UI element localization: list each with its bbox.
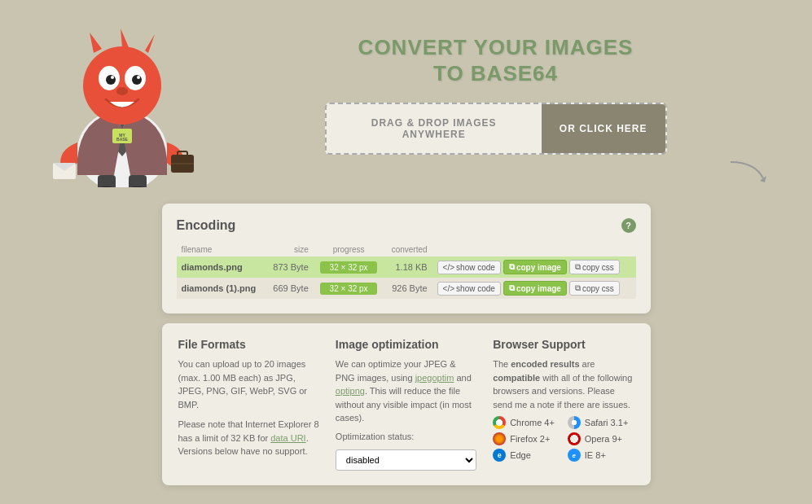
info-section: File Formats You can upload up to 20 ima…: [162, 323, 651, 485]
browser-safari: Safari 3.1+: [568, 416, 634, 429]
copy-icon: ⧉: [509, 262, 515, 272]
opera-icon: [568, 432, 581, 445]
svg-rect-1: [98, 175, 116, 187]
svg-point-17: [116, 87, 128, 95]
row2-size: 669 Byte: [266, 278, 314, 299]
file-formats-para1: You can upload up to 20 images (max. 1.0…: [178, 357, 319, 411]
row1-copy-image-button[interactable]: ⧉ copy image: [503, 260, 567, 274]
table-row: diamonds (1).png 669 Byte 32 × 32 px 926…: [177, 278, 636, 299]
encoding-title: Encoding: [177, 218, 236, 233]
file-formats-title: File Formats: [178, 338, 319, 351]
hero-content: CONVERT YOUR IMAGES TO BASE64 DRAG & DRO…: [212, 27, 779, 184]
browser-opera: Opera 9+: [568, 432, 634, 445]
row2-progress: 32 × 32 px: [314, 278, 384, 299]
arrow-hint: [722, 158, 771, 185]
svg-marker-19: [121, 28, 129, 47]
svg-marker-20: [145, 34, 155, 53]
hero-title: CONVERT YOUR IMAGES TO BASE64: [358, 35, 634, 85]
data-uri-link[interactable]: data URI: [270, 433, 305, 443]
optipng-link[interactable]: optipng: [336, 386, 365, 396]
browser-chrome: Chrome 4+: [493, 416, 560, 429]
browser-ie: e IE 8+: [568, 449, 634, 462]
col-actions: [432, 243, 636, 256]
edge-icon: e: [493, 449, 506, 462]
encoding-header: Encoding ?: [177, 218, 636, 233]
help-icon[interactable]: ?: [621, 218, 636, 233]
mascot-svg: MY BASE: [49, 24, 195, 187]
drop-area[interactable]: DRAG & DROP IMAGES ANYWHERE OR CLICK HER…: [325, 103, 667, 155]
row1-copy-css-button[interactable]: ⧉ copy css: [569, 260, 620, 274]
ie-icon: e: [568, 449, 581, 462]
row2-copy-image-button[interactable]: ⧉ copy image: [503, 281, 567, 296]
css-icon: ⧉: [575, 283, 581, 293]
copy-icon: ⧉: [509, 283, 515, 293]
svg-point-10: [83, 46, 161, 125]
hero-title-line2: TO BASE64: [433, 61, 558, 85]
jpegoptim-link[interactable]: jpegoptim: [415, 373, 454, 383]
browser-edge: e Edge: [493, 449, 560, 462]
optimization-select[interactable]: disabled: [336, 449, 476, 471]
row1-actions: </> show code ⧉ copy image ⧉ copy css: [432, 256, 636, 278]
opt-status-label: Optimization status:: [336, 432, 476, 441]
row1-progress: 32 × 32 px: [314, 256, 384, 278]
image-optimization-title: Image optimization: [336, 338, 476, 351]
code-icon: </>: [443, 284, 454, 293]
footer: © 2022 Awesome Bonn UG · Privacy · Terms…: [0, 495, 812, 505]
col-size: size: [266, 243, 314, 256]
col-filename: filename: [177, 243, 266, 256]
file-formats-col: File Formats You can upload up to 20 ima…: [178, 338, 319, 471]
svg-point-13: [106, 75, 116, 85]
safari-icon: [568, 416, 581, 429]
click-here-button[interactable]: OR CLICK HERE: [542, 104, 665, 153]
svg-rect-2: [129, 175, 147, 187]
svg-point-14: [132, 75, 142, 85]
hero-title-line1: CONVERT YOUR IMAGES: [358, 35, 634, 59]
svg-point-15: [111, 76, 114, 79]
mascot-area: MY BASE: [33, 24, 212, 187]
col-converted: converted: [384, 243, 432, 256]
row1-size: 873 Byte: [266, 256, 314, 278]
row2-show-code-button[interactable]: </> show code: [437, 282, 501, 296]
file-formats-para2: Please note that Internet Explorer 8 has…: [178, 418, 319, 458]
image-optimization-para: We can optimize your JPEG & PNG images, …: [336, 357, 476, 425]
browser-firefox: Firefox 2+: [493, 432, 560, 445]
browser-grid: Chrome 4+ Safari 3.1+ Firefox 2+ Opera 9…: [493, 416, 634, 462]
encoding-table: filename size progress converted diamond…: [177, 243, 636, 299]
row2-converted: 926 Byte: [384, 278, 432, 299]
svg-text:BASE: BASE: [116, 137, 129, 142]
firefox-icon: [493, 432, 506, 445]
browser-support-title: Browser Support: [493, 338, 634, 351]
browser-support-col: Browser Support The encoded results are …: [493, 338, 634, 471]
browser-support-para: The encoded results are compatible with …: [493, 357, 634, 411]
svg-marker-18: [90, 33, 102, 53]
row1-show-code-button[interactable]: </> show code: [437, 261, 501, 274]
image-optimization-col: Image optimization We can optimize your …: [336, 338, 476, 471]
row2-actions: </> show code ⧉ copy image ⧉ copy css: [432, 278, 636, 299]
chrome-icon: [493, 416, 506, 429]
code-icon: </>: [443, 263, 454, 272]
row1-converted: 1.18 KB: [384, 256, 432, 278]
encoding-panel: Encoding ? filename size progress conver…: [162, 204, 651, 313]
svg-point-16: [137, 76, 140, 79]
row2-copy-css-button[interactable]: ⧉ copy css: [569, 281, 620, 296]
row1-filename: diamonds.png: [177, 256, 266, 278]
row2-filename: diamonds (1).png: [177, 278, 266, 299]
drag-drop-label: DRAG & DROP IMAGES ANYWHERE: [327, 104, 542, 153]
css-icon: ⧉: [575, 262, 581, 272]
table-row: diamonds.png 873 Byte 32 × 32 px 1.18 KB…: [177, 256, 636, 278]
col-progress: progress: [314, 243, 384, 256]
hero-section: MY BASE CONVERT YOUR IMAGES TO BASE64 DR…: [0, 0, 812, 195]
